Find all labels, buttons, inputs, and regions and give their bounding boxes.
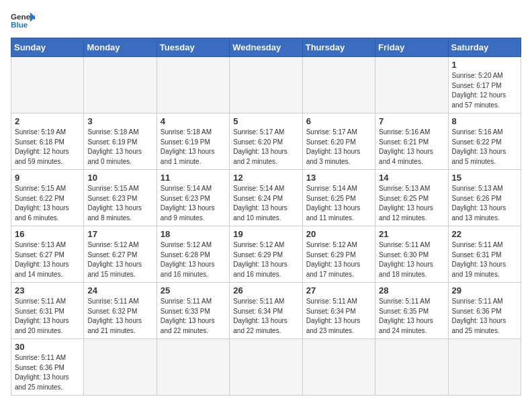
day-info: Sunrise: 5:19 AM Sunset: 6:18 PM Dayligh… [15, 128, 80, 167]
calendar-cell: 26Sunrise: 5:11 AM Sunset: 6:34 PM Dayli… [230, 283, 302, 339]
day-info: Sunrise: 5:11 AM Sunset: 6:33 PM Dayligh… [161, 297, 226, 336]
logo-icon: General Blue [11, 11, 35, 30]
calendar-cell: 3Sunrise: 5:18 AM Sunset: 6:19 PM Daylig… [84, 113, 157, 170]
day-number: 14 [379, 173, 444, 183]
calendar-cell: 24Sunrise: 5:11 AM Sunset: 6:32 PM Dayli… [84, 283, 157, 339]
day-info: Sunrise: 5:11 AM Sunset: 6:30 PM Dayligh… [379, 240, 444, 279]
day-info: Sunrise: 5:12 AM Sunset: 6:28 PM Dayligh… [161, 240, 226, 279]
calendar-cell: 7Sunrise: 5:16 AM Sunset: 6:21 PM Daylig… [375, 113, 448, 170]
calendar-cell: 16Sunrise: 5:13 AM Sunset: 6:27 PM Dayli… [11, 226, 84, 283]
day-number: 4 [161, 116, 226, 126]
day-info: Sunrise: 5:11 AM Sunset: 6:32 PM Dayligh… [87, 297, 152, 336]
day-number: 12 [233, 173, 298, 183]
calendar-row-2: 2Sunrise: 5:19 AM Sunset: 6:18 PM Daylig… [11, 113, 521, 170]
day-number: 23 [15, 285, 80, 295]
day-info: Sunrise: 5:17 AM Sunset: 6:20 PM Dayligh… [306, 128, 371, 167]
day-info: Sunrise: 5:16 AM Sunset: 6:22 PM Dayligh… [452, 128, 517, 167]
calendar-cell: 9Sunrise: 5:15 AM Sunset: 6:22 PM Daylig… [11, 170, 84, 226]
calendar-cell-empty [84, 339, 157, 396]
calendar-cell: 28Sunrise: 5:11 AM Sunset: 6:35 PM Dayli… [375, 283, 448, 339]
day-info: Sunrise: 5:12 AM Sunset: 6:27 PM Dayligh… [87, 240, 152, 279]
calendar-row-5: 23Sunrise: 5:11 AM Sunset: 6:31 PM Dayli… [11, 283, 521, 339]
day-number: 18 [161, 229, 226, 239]
day-info: Sunrise: 5:11 AM Sunset: 6:35 PM Dayligh… [379, 297, 444, 336]
calendar-cell: 2Sunrise: 5:19 AM Sunset: 6:18 PM Daylig… [11, 113, 84, 170]
day-info: Sunrise: 5:13 AM Sunset: 6:25 PM Dayligh… [379, 184, 444, 223]
calendar-cell: 13Sunrise: 5:14 AM Sunset: 6:25 PM Dayli… [302, 170, 375, 226]
weekday-header-thursday: Thursday [302, 38, 375, 57]
calendar-cell: 15Sunrise: 5:13 AM Sunset: 6:26 PM Dayli… [448, 170, 521, 226]
calendar-cell: 8Sunrise: 5:16 AM Sunset: 6:22 PM Daylig… [448, 113, 521, 170]
calendar-body: 1Sunrise: 5:20 AM Sunset: 6:17 PM Daylig… [11, 57, 521, 396]
day-number: 5 [233, 116, 298, 126]
weekday-header-friday: Friday [375, 38, 448, 57]
calendar-row-last: 30Sunrise: 5:11 AM Sunset: 6:36 PM Dayli… [11, 339, 521, 396]
day-number: 22 [452, 229, 517, 239]
day-number: 29 [452, 285, 517, 295]
day-number: 10 [87, 173, 152, 183]
day-info: Sunrise: 5:11 AM Sunset: 6:36 PM Dayligh… [452, 297, 517, 336]
calendar-cell [84, 57, 157, 113]
calendar-cell: 6Sunrise: 5:17 AM Sunset: 6:20 PM Daylig… [302, 113, 375, 170]
weekday-header-wednesday: Wednesday [230, 38, 302, 57]
day-info: Sunrise: 5:20 AM Sunset: 6:17 PM Dayligh… [452, 71, 517, 110]
day-number: 26 [233, 285, 298, 295]
calendar-cell-empty [448, 339, 521, 396]
day-number: 28 [379, 285, 444, 295]
calendar-cell: 5Sunrise: 5:17 AM Sunset: 6:20 PM Daylig… [230, 113, 302, 170]
logo: General Blue [11, 11, 35, 30]
weekday-header-monday: Monday [84, 38, 157, 57]
day-number: 3 [87, 116, 152, 126]
day-info: Sunrise: 5:13 AM Sunset: 6:26 PM Dayligh… [452, 184, 517, 223]
calendar-cell-empty [230, 339, 302, 396]
day-info: Sunrise: 5:14 AM Sunset: 6:23 PM Dayligh… [161, 184, 226, 223]
day-number: 17 [87, 229, 152, 239]
day-number: 25 [161, 285, 226, 295]
calendar-cell: 25Sunrise: 5:11 AM Sunset: 6:33 PM Dayli… [157, 283, 229, 339]
day-info: Sunrise: 5:13 AM Sunset: 6:27 PM Dayligh… [15, 240, 80, 279]
day-info: Sunrise: 5:17 AM Sunset: 6:20 PM Dayligh… [233, 128, 298, 167]
day-number: 30 [15, 342, 80, 352]
day-number: 11 [161, 173, 226, 183]
calendar-cell [11, 57, 84, 113]
day-info: Sunrise: 5:16 AM Sunset: 6:21 PM Dayligh… [379, 128, 444, 167]
calendar-table: SundayMondayTuesdayWednesdayThursdayFrid… [11, 38, 521, 396]
day-info: Sunrise: 5:18 AM Sunset: 6:19 PM Dayligh… [87, 128, 152, 167]
calendar-row-4: 16Sunrise: 5:13 AM Sunset: 6:27 PM Dayli… [11, 226, 521, 283]
calendar-cell: 21Sunrise: 5:11 AM Sunset: 6:30 PM Dayli… [375, 226, 448, 283]
weekday-header-row: SundayMondayTuesdayWednesdayThursdayFrid… [11, 38, 521, 57]
day-info: Sunrise: 5:11 AM Sunset: 6:31 PM Dayligh… [15, 297, 80, 336]
calendar-cell: 27Sunrise: 5:11 AM Sunset: 6:34 PM Dayli… [302, 283, 375, 339]
calendar-cell: 18Sunrise: 5:12 AM Sunset: 6:28 PM Dayli… [157, 226, 229, 283]
calendar-cell: 30Sunrise: 5:11 AM Sunset: 6:36 PM Dayli… [11, 339, 84, 396]
day-info: Sunrise: 5:11 AM Sunset: 6:36 PM Dayligh… [15, 353, 80, 392]
day-number: 16 [15, 229, 80, 239]
weekday-header-sunday: Sunday [11, 38, 84, 57]
day-number: 21 [379, 229, 444, 239]
day-info: Sunrise: 5:15 AM Sunset: 6:22 PM Dayligh… [15, 184, 80, 223]
weekday-header-saturday: Saturday [448, 38, 521, 57]
calendar-cell-empty [302, 339, 375, 396]
day-number: 19 [233, 229, 298, 239]
calendar-cell [230, 57, 302, 113]
calendar-cell: 1Sunrise: 5:20 AM Sunset: 6:17 PM Daylig… [448, 57, 521, 113]
day-number: 20 [306, 229, 371, 239]
calendar-cell: 14Sunrise: 5:13 AM Sunset: 6:25 PM Dayli… [375, 170, 448, 226]
day-number: 7 [379, 116, 444, 126]
calendar-cell: 17Sunrise: 5:12 AM Sunset: 6:27 PM Dayli… [84, 226, 157, 283]
day-info: Sunrise: 5:11 AM Sunset: 6:34 PM Dayligh… [233, 297, 298, 336]
page-header: General Blue [11, 11, 521, 30]
calendar-cell [302, 57, 375, 113]
calendar-cell: 29Sunrise: 5:11 AM Sunset: 6:36 PM Dayli… [448, 283, 521, 339]
calendar-cell: 12Sunrise: 5:14 AM Sunset: 6:24 PM Dayli… [230, 170, 302, 226]
day-info: Sunrise: 5:12 AM Sunset: 6:29 PM Dayligh… [233, 240, 298, 279]
day-number: 13 [306, 173, 371, 183]
svg-text:Blue: Blue [11, 20, 28, 29]
calendar-row-1: 1Sunrise: 5:20 AM Sunset: 6:17 PM Daylig… [11, 57, 521, 113]
calendar-cell: 20Sunrise: 5:12 AM Sunset: 6:29 PM Dayli… [302, 226, 375, 283]
calendar-cell: 19Sunrise: 5:12 AM Sunset: 6:29 PM Dayli… [230, 226, 302, 283]
day-number: 8 [452, 116, 517, 126]
day-info: Sunrise: 5:14 AM Sunset: 6:25 PM Dayligh… [306, 184, 371, 223]
day-number: 24 [87, 285, 152, 295]
calendar-cell: 22Sunrise: 5:11 AM Sunset: 6:31 PM Dayli… [448, 226, 521, 283]
